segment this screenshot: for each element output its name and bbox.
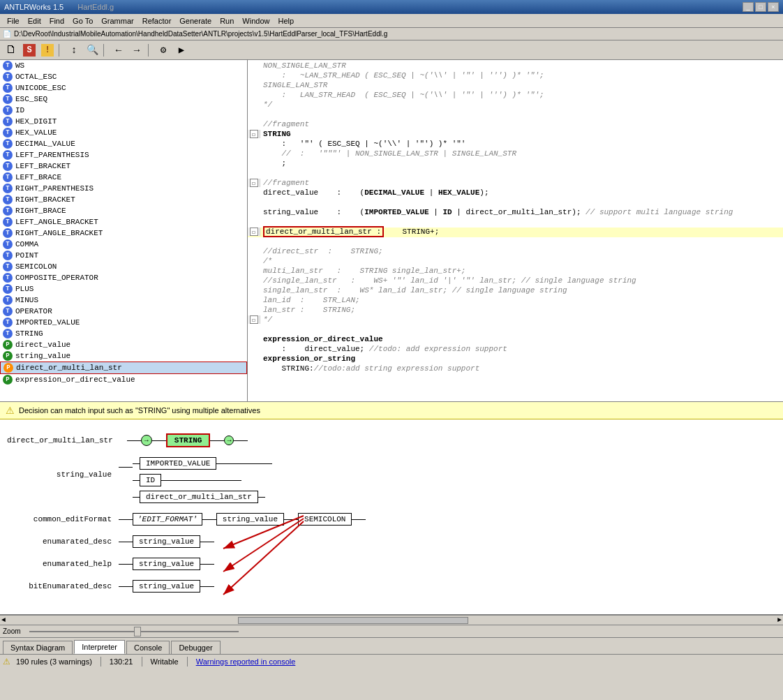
menu-run[interactable]: Run (216, 15, 238, 27)
breakpoint-icon[interactable]: ◻ (250, 130, 258, 138)
connector (200, 586, 214, 587)
token-icon: T (3, 172, 13, 182)
status-separator (100, 657, 101, 667)
tree-item-MINUS[interactable]: T MINUS (0, 295, 247, 306)
scroll-left-button[interactable]: ◄ (0, 616, 7, 624)
breakpoint-icon[interactable]: ◻ (250, 315, 258, 324)
tree-item-IMPORTED_VALUE[interactable]: T IMPORTED_VALUE (0, 317, 247, 328)
new-button[interactable]: 🗋 (3, 43, 20, 58)
scroll-right-button[interactable]: ► (776, 616, 783, 624)
tree-item-WS[interactable]: T WS (0, 60, 247, 71)
warnings-link[interactable]: Warnings reported in console (196, 657, 296, 666)
token-icon: T (3, 83, 13, 93)
code-line: ; (248, 159, 783, 169)
tree-item-ID[interactable]: T ID (0, 105, 247, 116)
filepath: D:\DevRoot\IndustrialMobileAutomation\Ha… (14, 30, 387, 38)
breakpoint-icon[interactable]: ◻ (250, 179, 258, 187)
menu-generate[interactable]: Generate (175, 15, 216, 27)
menu-file[interactable]: File (3, 15, 24, 27)
run-button[interactable]: ▶ (173, 43, 190, 58)
menu-window[interactable]: Window (238, 15, 274, 27)
code-editor[interactable]: NON_SINGLE_LAN_STR : ~LAN_STR_HEAD ( ESC… (248, 60, 783, 401)
tree-item-RIGHT_ANGLE_BRACKET[interactable]: T RIGHT_ANGLE_BRACKET (0, 228, 247, 239)
menu-goto[interactable]: Go To (68, 15, 97, 27)
tree-item-COMMA[interactable]: T COMMA (0, 239, 247, 250)
tree-item-OPERATOR[interactable]: T OPERATOR (0, 306, 247, 317)
forward-button[interactable]: → (128, 43, 145, 58)
minimize-button[interactable]: _ (743, 2, 754, 12)
tree-item-ESC_SEQ[interactable]: T ESC_SEQ (0, 94, 247, 105)
string-value-node-3: string_value (133, 558, 200, 570)
tree-item-string_value[interactable]: P string_value (0, 350, 247, 362)
tree-item-label: UNICODE_ESC (15, 84, 66, 92)
menu-help[interactable]: Help (274, 15, 298, 27)
scroll-track[interactable] (7, 616, 776, 625)
code-line (248, 237, 783, 247)
menu-grammar[interactable]: Grammar (97, 15, 137, 27)
tree-item-STRING[interactable]: T STRING (0, 328, 247, 339)
connector (152, 440, 166, 441)
tree-item-LEFT_BRACKET[interactable]: T LEFT_BRACKET (0, 161, 247, 172)
tree-item-POINT[interactable]: T POINT (0, 250, 247, 261)
s-button[interactable]: S (21, 43, 38, 58)
horizontal-scrollbar[interactable]: ◄ ► (0, 615, 783, 625)
tree-item-RIGHT_BRACKET[interactable]: T RIGHT_BRACKET (0, 194, 247, 205)
menu-refactor[interactable]: Refactor (138, 15, 176, 27)
tree-item-LEFT_PARENTHESIS[interactable]: T LEFT_PARENTHESIS (0, 149, 247, 161)
line-content: direct_value : (DECIMAL_VALUE | HEX_VALU… (260, 188, 492, 197)
line-content: STRING (260, 130, 294, 138)
tree-item-RIGHT_BRACE[interactable]: T RIGHT_BRACE (0, 205, 247, 216)
token-icon: T (3, 72, 13, 82)
menu-edit[interactable]: Edit (24, 15, 45, 27)
code-line: multi_lan_str : STRING single_lan_str+; (248, 267, 783, 276)
tree-item-HEX_DIGIT[interactable]: T HEX_DIGIT (0, 116, 247, 127)
tab-console[interactable]: Console (126, 641, 170, 654)
code-line (248, 325, 783, 335)
rule-label: enumarated_help (7, 560, 119, 568)
code-line: */ (248, 100, 783, 110)
line-content: //direct_str : STRING; (260, 247, 386, 255)
tree-item-label: OPERATOR (15, 307, 52, 315)
tree-item-expression_or_direct_value[interactable]: P expression_or_direct_value (0, 374, 247, 385)
tree-item-SEMICOLON[interactable]: T SEMICOLON (0, 261, 247, 272)
diagram-area[interactable]: direct_or_multi_lan_str → STRING → strin… (0, 419, 783, 615)
token-icon: T (3, 128, 13, 137)
edit-mode: Writable (151, 657, 179, 666)
zoom-slider[interactable] (29, 631, 239, 632)
tree-item-LEFT_BRACE[interactable]: T LEFT_BRACE (0, 172, 247, 183)
generate-button[interactable]: ⚙ (155, 43, 172, 58)
sort-button[interactable]: ↕ (66, 43, 82, 58)
tree-item-OCTAL_ESC[interactable]: T OCTAL_ESC (0, 71, 247, 82)
breakpoint-icon[interactable]: ◻ (250, 228, 258, 236)
tree-item-HEX_VALUE[interactable]: T HEX_VALUE (0, 127, 247, 138)
tree-item-PLUS[interactable]: T PLUS (0, 283, 247, 295)
back-button[interactable]: ← (110, 43, 127, 58)
line-content (260, 237, 271, 246)
token-icon: T (3, 105, 13, 115)
tab-interpreter[interactable]: Interpreter (74, 640, 125, 654)
maximize-button[interactable]: □ (755, 2, 766, 12)
tree-item-label: HEX_VALUE (15, 128, 57, 137)
code-line: expression_or_string (248, 355, 783, 364)
tree-item-label: IMPORTED_VALUE (15, 318, 80, 327)
tree-item-direct_or_multi_lan_str[interactable]: P direct_or_multi_lan_str (0, 362, 247, 374)
warning-button[interactable]: ! (39, 43, 56, 58)
tree-item-COMPOSITE_OPERATOR[interactable]: T COMPOSITE_OPERATOR (0, 272, 247, 283)
menu-find[interactable]: Find (45, 15, 68, 27)
tree-item-label: COMMA (15, 240, 38, 248)
zoom-thumb[interactable] (134, 627, 141, 636)
tab-syntax-diagram[interactable]: Syntax Diagram (3, 641, 73, 654)
tab-debugger[interactable]: Debugger (171, 641, 220, 654)
tree-item-label: OCTAL_ESC (15, 73, 57, 81)
scroll-thumb[interactable] (238, 617, 469, 624)
tree-item-direct_value[interactable]: P direct_value (0, 339, 247, 350)
find-button[interactable]: 🔍 (84, 43, 100, 58)
tree-item-UNICODE_ESC[interactable]: T UNICODE_ESC (0, 82, 247, 94)
token-icon: T (3, 150, 13, 160)
tree-item-DECIMAL_VALUE[interactable]: T DECIMAL_VALUE (0, 138, 247, 149)
close-button[interactable]: × (768, 2, 779, 12)
tree-item-RIGHT_PARENTHESIS[interactable]: T RIGHT_PARENTHESIS (0, 183, 247, 194)
connector (202, 519, 216, 520)
tree-item-LEFT_ANGLE_BRACKET[interactable]: T LEFT_ANGLE_BRACKET (0, 216, 247, 228)
connector (133, 497, 140, 498)
